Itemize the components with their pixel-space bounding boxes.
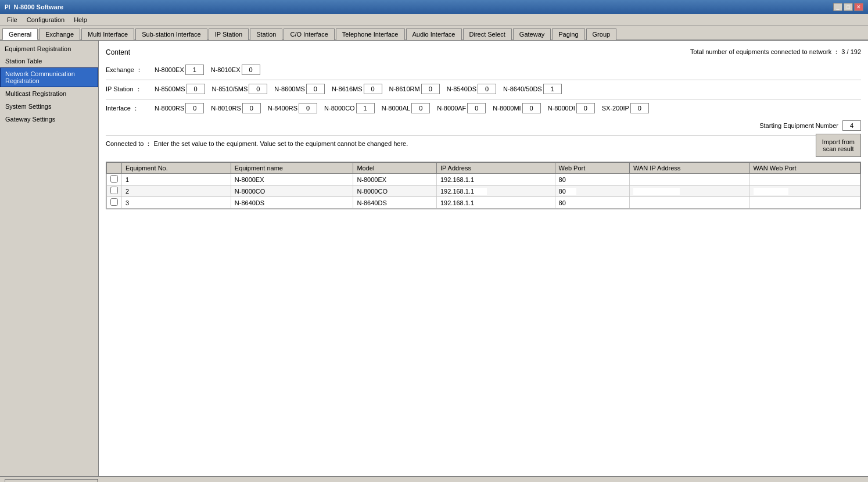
sidebar-item-system-settings[interactable]: System Settings [0, 100, 98, 113]
tab-substation-interface[interactable]: Sub-station Interface [135, 28, 207, 40]
tab-bar: General Exchange Multi Interface Sub-sta… [0, 26, 868, 41]
ip-device-5: N-8540DS 0 [447, 84, 496, 94]
content-title: Content [106, 48, 130, 56]
col-checkbox [107, 163, 122, 174]
exchange-device-1-count[interactable]: 0 [242, 65, 260, 75]
ip-device-4: N-8610RM 0 [389, 84, 440, 94]
tab-group[interactable]: Group [586, 28, 617, 40]
sidebar-item-station-table[interactable]: Station Table [0, 55, 98, 67]
sidebar-item-multicast[interactable]: Multicast Registration [0, 87, 98, 100]
col-wan-web-port: WAN Web Port [749, 163, 860, 174]
tab-general[interactable]: General [2, 28, 38, 40]
delete-checked-button[interactable]: Delete Checked Equipments [5, 479, 98, 482]
if-device-7-count[interactable]: 0 [576, 103, 595, 113]
row-wan-webport-0[interactable] [749, 174, 860, 185]
if-device-2-count[interactable]: 0 [299, 103, 317, 113]
table-row: 1 N-8000EX N-8000EX [107, 174, 860, 185]
if-device-4-name: N-8000AL [382, 105, 411, 112]
ip-device-0-count[interactable]: 0 [186, 84, 205, 94]
ip-device-1-count[interactable]: 0 [249, 84, 267, 94]
exchange-label: Exchange ： [106, 66, 152, 74]
main-layout: Equipment Registration Station Table Net… [0, 41, 868, 476]
row-webport-1[interactable] [555, 185, 629, 197]
menu-configuration[interactable]: Configuration [22, 15, 69, 24]
if-device-8-count[interactable]: 0 [630, 103, 649, 113]
tab-co-interface[interactable]: C/O Interface [284, 28, 334, 40]
col-equipment-no: Equipment No. [122, 163, 231, 174]
row-webport-0[interactable] [555, 174, 629, 185]
menu-help[interactable]: Help [69, 15, 92, 24]
ip-device-4-count[interactable]: 0 [421, 84, 440, 94]
menu-file[interactable]: File [2, 15, 22, 24]
if-device-8-name: SX-200IP [602, 105, 629, 112]
ip-device-2: N-8600MS 0 [274, 84, 325, 94]
exchange-device-0: N-8000EX 1 [155, 65, 204, 75]
tab-gateway[interactable]: Gateway [513, 28, 551, 40]
if-device-6-count[interactable]: 0 [522, 103, 541, 113]
ip-station-section: IP Station ： N-8500MS 0 N-8510/5MS 0 N-8… [106, 84, 861, 94]
ip-device-3-count[interactable]: 0 [364, 84, 382, 94]
row-name-2: N-8640DS [231, 197, 353, 209]
minimize-button[interactable]: _ [833, 3, 842, 11]
table-row: 2 N-8000CO N-8000CO [107, 185, 860, 197]
sidebar: Equipment Registration Station Table Net… [0, 41, 99, 476]
ip-device-6-count[interactable]: 1 [543, 84, 562, 94]
row-no-0: 1 [122, 174, 231, 185]
tab-multi-interface[interactable]: Multi Interface [81, 28, 134, 40]
row-model-2: N-8640DS [353, 197, 437, 209]
ip-device-0: N-8500MS 0 [155, 84, 205, 94]
network-info: Total number of equipments connected to … [690, 48, 861, 56]
if-device-5: N-8000AF 0 [437, 103, 486, 113]
row-wan-webport-1[interactable] [749, 185, 860, 197]
ip-device-2-count[interactable]: 0 [306, 84, 325, 94]
tab-paging[interactable]: Paging [552, 28, 584, 40]
if-device-8: SX-200IP 0 [602, 103, 649, 113]
row-checkbox-2[interactable] [107, 197, 122, 209]
row-ip-2[interactable] [436, 197, 555, 209]
tab-telephone-interface[interactable]: Telephone Interface [336, 28, 405, 40]
if-device-5-name: N-8000AF [437, 105, 466, 112]
if-device-0-count[interactable]: 0 [185, 103, 204, 113]
sidebar-item-gateway-settings[interactable]: Gateway Settings [0, 113, 98, 126]
row-checkbox-1[interactable] [107, 185, 122, 197]
maximize-button[interactable]: □ [844, 3, 853, 11]
close-button[interactable]: ✕ [854, 3, 863, 11]
if-device-4-count[interactable]: 0 [411, 103, 430, 113]
row-wan-webport-2[interactable] [749, 197, 860, 209]
col-web-port: Web Port [555, 163, 629, 174]
row-webport-2[interactable] [555, 197, 629, 209]
row-checkbox-0[interactable] [107, 174, 122, 185]
if-device-5-count[interactable]: 0 [467, 103, 486, 113]
tab-station[interactable]: Station [250, 28, 282, 40]
row-ip-0[interactable] [436, 174, 555, 185]
row-no-1: 2 [122, 185, 231, 197]
if-device-4: N-8000AL 0 [382, 103, 431, 113]
import-from-scan-button[interactable]: Import from scan result [816, 134, 861, 157]
row-ip-1[interactable] [436, 185, 555, 197]
sidebar-section-equipment[interactable]: Equipment Registration [0, 43, 98, 55]
if-device-3-count[interactable]: 1 [356, 103, 375, 113]
sidebar-item-network-communication[interactable]: Network Communication Registration [0, 67, 98, 87]
row-wan-ip-1[interactable] [630, 185, 750, 197]
content-area: Content Total number of equipments conne… [99, 41, 868, 476]
tab-audio-interface[interactable]: Audio Interface [406, 28, 462, 40]
row-wan-ip-0[interactable] [630, 174, 750, 185]
ip-device-0-name: N-8500MS [155, 85, 185, 92]
tab-ip-station[interactable]: IP Station [209, 28, 249, 40]
interface-label: Interface ： [106, 104, 152, 113]
app-icon: PI [5, 4, 10, 10]
ip-device-5-count[interactable]: 0 [478, 84, 496, 94]
starting-equipment-row: Starting Equipment Number 4 [106, 120, 861, 131]
row-wan-ip-2[interactable] [630, 197, 750, 209]
app-title: N-8000 Software [13, 3, 63, 10]
if-device-1-count[interactable]: 0 [242, 103, 261, 113]
if-device-7-name: N-8000DI [548, 105, 575, 112]
ip-device-3: N-8616MS 0 [332, 84, 382, 94]
exchange-device-0-count[interactable]: 1 [185, 65, 204, 75]
table-row: 3 N-8640DS N-8640DS [107, 197, 860, 209]
tab-exchange[interactable]: Exchange [39, 28, 80, 40]
tab-direct-select[interactable]: Direct Select [463, 28, 512, 40]
starting-eq-value[interactable]: 4 [842, 120, 861, 131]
col-ip-address: IP Address [436, 163, 555, 174]
if-device-1: N-8010RS 0 [211, 103, 260, 113]
